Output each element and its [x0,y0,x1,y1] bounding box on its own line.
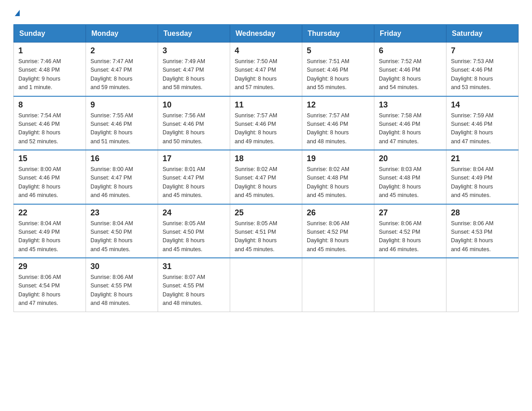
calendar-cell: 2 Sunrise: 7:47 AMSunset: 4:47 PMDayligh… [86,43,158,96]
calendar-cell: 28 Sunrise: 8:06 AMSunset: 4:53 PMDaylig… [446,204,519,258]
day-info: Sunrise: 7:55 AMSunset: 4:46 PMDaylight:… [90,111,153,146]
day-info: Sunrise: 8:07 AMSunset: 4:55 PMDaylight:… [163,273,225,308]
day-info: Sunrise: 8:06 AMSunset: 4:54 PMDaylight:… [18,273,81,308]
day-number: 3 [163,46,225,56]
day-info: Sunrise: 7:54 AMSunset: 4:46 PMDaylight:… [18,111,81,146]
calendar-week-row: 29 Sunrise: 8:06 AMSunset: 4:54 PMDaylig… [14,258,519,312]
day-info: Sunrise: 7:46 AMSunset: 4:48 PMDaylight:… [18,57,81,92]
day-number: 4 [235,46,297,56]
day-number: 8 [18,100,81,110]
day-header-monday: Monday [86,25,158,43]
day-info: Sunrise: 7:47 AMSunset: 4:47 PMDaylight:… [90,57,153,92]
calendar-cell: 27 Sunrise: 8:06 AMSunset: 4:52 PMDaylig… [374,204,446,258]
day-info: Sunrise: 8:00 AMSunset: 4:47 PMDaylight:… [90,165,153,200]
day-info: Sunrise: 7:49 AMSunset: 4:47 PMDaylight:… [163,57,225,92]
page-header [13,9,519,16]
calendar-cell: 7 Sunrise: 7:53 AMSunset: 4:46 PMDayligh… [446,43,519,96]
day-number: 1 [18,46,81,56]
calendar-cell: 30 Sunrise: 8:06 AMSunset: 4:55 PMDaylig… [86,258,158,312]
day-info: Sunrise: 8:00 AMSunset: 4:46 PMDaylight:… [18,165,81,200]
day-number: 20 [379,154,442,163]
day-number: 23 [90,208,153,218]
day-number: 9 [90,100,153,110]
calendar-week-row: 22 Sunrise: 8:04 AMSunset: 4:49 PMDaylig… [14,204,519,258]
calendar-cell: 6 Sunrise: 7:52 AMSunset: 4:46 PMDayligh… [374,43,446,96]
day-number: 26 [307,208,369,218]
day-number: 16 [90,154,153,163]
day-number: 19 [307,154,369,163]
day-info: Sunrise: 7:53 AMSunset: 4:46 PMDaylight:… [451,57,514,92]
day-number: 10 [163,100,225,110]
day-number: 18 [235,154,297,163]
day-number: 28 [451,208,514,218]
day-number: 7 [451,46,514,56]
calendar-cell: 8 Sunrise: 7:54 AMSunset: 4:46 PMDayligh… [14,96,86,150]
day-info: Sunrise: 8:06 AMSunset: 4:55 PMDaylight:… [90,273,153,308]
day-info: Sunrise: 7:52 AMSunset: 4:46 PMDaylight:… [379,57,442,92]
day-number: 13 [379,100,442,110]
day-info: Sunrise: 7:51 AMSunset: 4:46 PMDaylight:… [307,57,369,92]
day-info: Sunrise: 8:05 AMSunset: 4:50 PMDaylight:… [163,219,225,254]
calendar-cell [230,258,302,312]
calendar-cell: 9 Sunrise: 7:55 AMSunset: 4:46 PMDayligh… [86,96,158,150]
calendar-cell: 4 Sunrise: 7:50 AMSunset: 4:47 PMDayligh… [230,43,302,96]
day-info: Sunrise: 8:04 AMSunset: 4:50 PMDaylight:… [90,219,153,254]
calendar-cell [302,258,374,312]
day-number: 17 [163,154,225,163]
calendar-cell: 5 Sunrise: 7:51 AMSunset: 4:46 PMDayligh… [302,43,374,96]
day-header-saturday: Saturday [446,25,519,43]
day-number: 31 [163,262,225,271]
calendar-cell: 20 Sunrise: 8:03 AMSunset: 4:48 PMDaylig… [374,150,446,204]
calendar-cell: 12 Sunrise: 7:57 AMSunset: 4:46 PMDaylig… [302,96,374,150]
calendar-cell: 3 Sunrise: 7:49 AMSunset: 4:47 PMDayligh… [158,43,230,96]
calendar-cell: 29 Sunrise: 8:06 AMSunset: 4:54 PMDaylig… [14,258,86,312]
calendar-cell: 11 Sunrise: 7:57 AMSunset: 4:46 PMDaylig… [230,96,302,150]
calendar-cell: 21 Sunrise: 8:04 AMSunset: 4:49 PMDaylig… [446,150,519,204]
calendar-cell: 24 Sunrise: 8:05 AMSunset: 4:50 PMDaylig… [158,204,230,258]
day-number: 12 [307,100,369,110]
calendar-week-row: 1 Sunrise: 7:46 AMSunset: 4:48 PMDayligh… [14,43,519,96]
calendar-week-row: 15 Sunrise: 8:00 AMSunset: 4:46 PMDaylig… [14,150,519,204]
day-info: Sunrise: 8:06 AMSunset: 4:52 PMDaylight:… [307,219,369,254]
day-info: Sunrise: 8:06 AMSunset: 4:52 PMDaylight:… [379,219,442,254]
day-number: 24 [163,208,225,218]
calendar-cell: 18 Sunrise: 8:02 AMSunset: 4:47 PMDaylig… [230,150,302,204]
calendar-cell: 17 Sunrise: 8:01 AMSunset: 4:47 PMDaylig… [158,150,230,204]
day-info: Sunrise: 8:01 AMSunset: 4:47 PMDaylight:… [163,165,225,200]
day-number: 29 [18,262,81,271]
day-info: Sunrise: 7:58 AMSunset: 4:46 PMDaylight:… [379,111,442,146]
day-header-sunday: Sunday [14,25,86,43]
calendar-cell [446,258,519,312]
calendar-cell: 15 Sunrise: 8:00 AMSunset: 4:46 PMDaylig… [14,150,86,204]
day-header-tuesday: Tuesday [158,25,230,43]
day-info: Sunrise: 7:57 AMSunset: 4:46 PMDaylight:… [307,111,369,146]
calendar-cell: 31 Sunrise: 8:07 AMSunset: 4:55 PMDaylig… [158,258,230,312]
day-header-thursday: Thursday [302,25,374,43]
calendar-cell: 14 Sunrise: 7:59 AMSunset: 4:46 PMDaylig… [446,96,519,150]
day-number: 11 [235,100,297,110]
calendar-cell: 16 Sunrise: 8:00 AMSunset: 4:47 PMDaylig… [86,150,158,204]
day-number: 27 [379,208,442,218]
calendar-cell [374,258,446,312]
calendar-cell: 23 Sunrise: 8:04 AMSunset: 4:50 PMDaylig… [86,204,158,258]
calendar-week-row: 8 Sunrise: 7:54 AMSunset: 4:46 PMDayligh… [14,96,519,150]
calendar-cell: 1 Sunrise: 7:46 AMSunset: 4:48 PMDayligh… [14,43,86,96]
logo [13,9,20,16]
calendar-cell: 13 Sunrise: 7:58 AMSunset: 4:46 PMDaylig… [374,96,446,150]
day-number: 15 [18,154,81,163]
day-number: 5 [307,46,369,56]
day-number: 25 [235,208,297,218]
day-info: Sunrise: 8:02 AMSunset: 4:48 PMDaylight:… [307,165,369,200]
calendar-header-row: SundayMondayTuesdayWednesdayThursdayFrid… [14,25,519,43]
day-info: Sunrise: 8:03 AMSunset: 4:48 PMDaylight:… [379,165,442,200]
day-info: Sunrise: 8:04 AMSunset: 4:49 PMDaylight:… [18,219,81,254]
day-info: Sunrise: 8:05 AMSunset: 4:51 PMDaylight:… [235,219,297,254]
calendar-cell: 26 Sunrise: 8:06 AMSunset: 4:52 PMDaylig… [302,204,374,258]
day-info: Sunrise: 7:56 AMSunset: 4:46 PMDaylight:… [163,111,225,146]
logo-arrow-icon [15,10,20,16]
day-number: 6 [379,46,442,56]
day-number: 30 [90,262,153,271]
day-header-wednesday: Wednesday [230,25,302,43]
calendar-cell: 25 Sunrise: 8:05 AMSunset: 4:51 PMDaylig… [230,204,302,258]
day-number: 22 [18,208,81,218]
